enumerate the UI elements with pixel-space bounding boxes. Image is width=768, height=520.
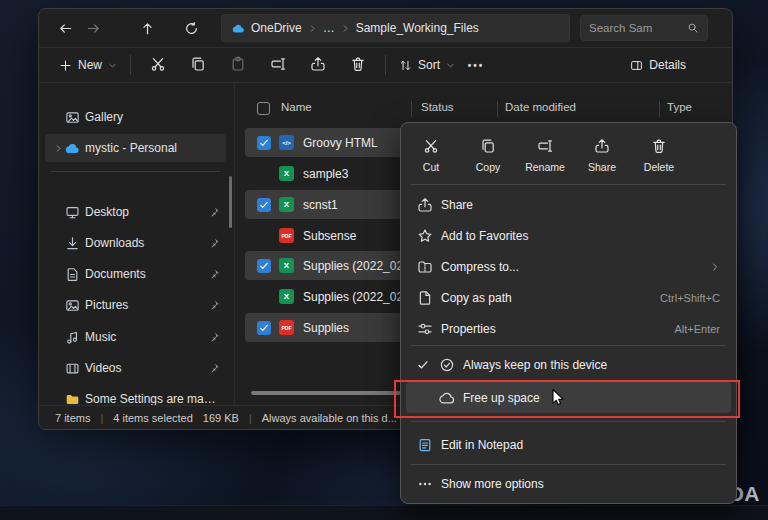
pin-icon	[208, 362, 220, 374]
sidebar-item-onedrive-personal[interactable]: mystic - Personal	[45, 134, 226, 162]
share-button[interactable]	[298, 51, 338, 79]
menu-item-show-more-options[interactable]: Show more options	[406, 468, 731, 499]
column-header-type[interactable]: Type	[667, 101, 692, 113]
column-header-row: Name Status Date modified Type	[235, 97, 732, 121]
command-bar: New Sort ••• Details	[39, 47, 732, 83]
file-name: sample3	[303, 167, 348, 181]
paste-button[interactable]	[218, 51, 258, 79]
items-count: 7 items	[55, 412, 90, 424]
excel-file-icon: X	[279, 197, 294, 212]
details-view-button[interactable]: Details	[624, 51, 692, 79]
more-options-icon	[417, 476, 441, 492]
sidebar-item-downloads[interactable]: Downloads	[45, 229, 226, 257]
column-header-date-modified[interactable]: Date modified	[505, 101, 576, 113]
copy-button[interactable]	[178, 51, 218, 79]
menu-item-compress-to[interactable]: Compress to...	[406, 251, 731, 282]
back-icon	[58, 21, 73, 36]
new-button-label: New	[78, 58, 102, 72]
menu-item-share[interactable]: Share	[406, 189, 731, 220]
submenu-chevron-icon	[710, 262, 720, 272]
back-button[interactable]	[51, 14, 79, 42]
clipboard-icon	[230, 56, 246, 75]
file-name: Groovy HTML	[303, 136, 378, 150]
context-share-button[interactable]: Share	[580, 129, 624, 181]
refresh-icon	[184, 21, 199, 36]
breadcrumb-current[interactable]: Sample_Working_Files	[356, 21, 479, 35]
horizontal-scrollbar[interactable]	[251, 391, 401, 395]
share-icon	[310, 56, 326, 75]
address-bar[interactable]: OneDrive … Sample_Working_Files	[221, 14, 570, 42]
ellipsis-icon: •••	[468, 60, 485, 71]
copy-icon	[190, 56, 206, 75]
menu-item-edit-in-notepad[interactable]: Edit in Notepad	[406, 429, 731, 460]
context-copy-button[interactable]: Copy	[466, 129, 510, 181]
taskbar[interactable]	[0, 505, 768, 520]
more-options-button[interactable]: •••	[461, 51, 491, 79]
menu-item-copy-as-path[interactable]: Copy as path Ctrl+Shift+C	[406, 282, 731, 313]
gallery-icon	[65, 110, 85, 125]
sort-button-label: Sort	[418, 58, 440, 72]
sidebar-item-gallery[interactable]: Gallery	[45, 103, 226, 131]
refresh-button[interactable]	[177, 14, 205, 42]
expand-chevron-icon[interactable]	[51, 144, 65, 153]
checkbox-checked[interactable]	[257, 136, 271, 150]
check-icon	[417, 359, 439, 371]
checkbox-checked[interactable]	[257, 198, 271, 212]
menu-separator	[411, 184, 726, 185]
forward-button[interactable]	[79, 14, 107, 42]
column-header-name[interactable]: Name	[281, 101, 312, 113]
mouse-cursor	[548, 387, 568, 410]
breadcrumb-ellipsis[interactable]: …	[323, 21, 335, 35]
context-cut-button[interactable]: Cut	[409, 129, 453, 181]
checkbox-checked[interactable]	[257, 321, 271, 335]
sidebar-item-label: mystic - Personal	[85, 141, 220, 155]
menu-item-properties[interactable]: Properties Alt+Enter	[406, 313, 731, 344]
html-file-icon: </>	[279, 135, 294, 150]
select-all-checkbox[interactable]	[257, 102, 270, 115]
search-input[interactable]: Search Sam	[580, 15, 708, 41]
sidebar-item-label: Videos	[85, 361, 208, 375]
column-header-status[interactable]: Status	[421, 101, 454, 113]
scissors-icon	[423, 138, 439, 157]
selected-size: 169 KB	[203, 412, 239, 424]
scissors-icon	[150, 56, 166, 75]
rename-button[interactable]	[258, 51, 298, 79]
sidebar-item-label: Documents	[85, 267, 208, 281]
quick-actions-row: Cut Copy Rename Share Delete	[405, 129, 732, 181]
breadcrumb-root[interactable]: OneDrive	[251, 21, 302, 35]
sidebar-item-desktop[interactable]: Desktop	[45, 198, 226, 226]
shortcut-label: Alt+Enter	[674, 323, 720, 335]
excel-file-icon: X	[279, 258, 294, 273]
sidebar-item-documents[interactable]: Documents	[45, 260, 226, 288]
menu-item-always-keep-on-device[interactable]: Always keep on this device	[406, 349, 731, 380]
sort-icon	[399, 59, 412, 72]
sidebar-item-label: Pictures	[85, 298, 208, 312]
share-icon	[594, 138, 610, 157]
context-delete-button[interactable]: Delete	[637, 129, 681, 181]
toolbar-divider	[130, 55, 131, 75]
sidebar-item-music[interactable]: Music	[45, 323, 226, 351]
menu-item-add-to-favorites[interactable]: Add to Favorites	[406, 220, 731, 251]
sidebar-separator	[51, 171, 220, 172]
menu-separator	[411, 345, 726, 346]
sidebar-scrollbar[interactable]	[229, 176, 232, 228]
sidebar-item-videos[interactable]: Videos	[45, 354, 226, 382]
rename-icon	[537, 138, 553, 157]
sidebar-item-pictures[interactable]: Pictures	[45, 291, 226, 319]
new-button[interactable]: New	[53, 51, 123, 79]
checkbox-checked[interactable]	[257, 259, 271, 273]
context-menu: Cut Copy Rename Share Delete Share	[400, 122, 737, 504]
details-button-label: Details	[649, 58, 686, 72]
pdf-file-icon: PDF	[279, 228, 294, 243]
pin-icon	[208, 331, 220, 343]
title-bar: OneDrive … Sample_Working_Files Search S…	[39, 9, 732, 47]
sort-button[interactable]: Sort	[393, 51, 461, 79]
music-note-icon	[65, 330, 85, 345]
plus-icon	[59, 59, 72, 72]
up-button[interactable]	[133, 14, 161, 42]
cut-button[interactable]	[138, 51, 178, 79]
file-name: scnst1	[303, 198, 338, 212]
sidebar-item-label: Desktop	[85, 205, 208, 219]
delete-button[interactable]	[338, 51, 378, 79]
context-rename-button[interactable]: Rename	[523, 129, 567, 181]
